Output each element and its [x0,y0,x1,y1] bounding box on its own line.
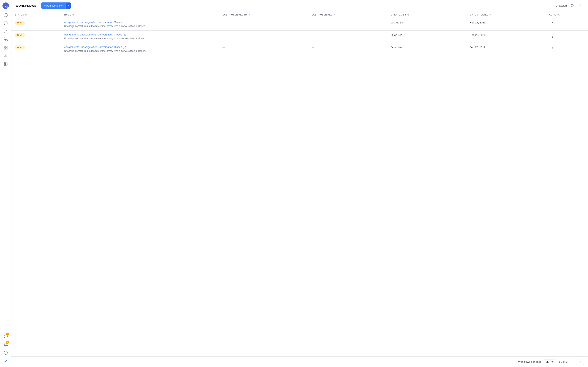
svg-point-17 [581,7,581,7]
status-cell: Draft [11,30,61,43]
col-header-last-published-by[interactable]: LAST PUBLISHED BY ⇅ [219,11,308,18]
date-created-cell: Feb 20, 2023 [467,30,546,43]
workflow-name-link[interactable]: Assignment: Unassign After Conversation … [64,45,216,49]
actions-cell: ⋮ [546,18,588,31]
created-by-cell: Quan Lee [388,30,467,43]
date-created-cell: Jun 17, 2023 [467,43,546,55]
sidebar-item-settings[interactable] [2,60,9,68]
table-row: Draft Assignment: Unassign After Convers… [11,18,588,31]
last-published-by-value: — [223,33,225,36]
status-badge: Draft [15,33,25,37]
last-published-by-cell: — [219,43,308,55]
filter-label[interactable]: Unassign [556,4,567,7]
sidebar-item-workflows[interactable] [2,44,9,51]
table-row: Draft Assignment: Unassign After Convers… [11,30,588,43]
last-published-value: — [311,46,314,49]
status-cell: Draft [11,43,61,55]
created-by-value: Quan Lee [391,33,402,36]
workflows-table: STATUS ⇅ NAME ⇅ LAST PUBLISHED BY [11,11,588,55]
header: WORKFLOWS + Add Workflow ▾ Unassign [11,0,588,11]
sidebar-item-conversations[interactable] [2,20,9,27]
row-actions-button[interactable]: ⋮ [549,45,556,52]
last-published-by-cell: — [219,18,308,31]
svg-rect-5 [4,48,5,49]
page-count: 1-3 of 3 [559,360,568,363]
table-row: Draft Assignment: Unassign After Convers… [11,43,588,55]
sidebar-item-user-status[interactable] [2,333,9,340]
page-title: WORKFLOWS [16,4,36,7]
sidebar: C 1 [0,0,11,367]
sidebar-item-check[interactable] [2,357,9,365]
per-page-select[interactable]: 10 25 50 100 [544,359,555,364]
sort-icon-last-pub: ⇅ [334,14,336,16]
last-published-cell: — [308,30,388,43]
date-created-value: Feb 17, 2023 [470,21,485,24]
sidebar-item-analytics[interactable] [2,52,9,59]
main-content: WORKFLOWS + Add Workflow ▾ Unassign STAT… [11,0,588,367]
name-cell: Assignment: Unassign After Conversation … [61,43,219,55]
actions-cell: ⋮ [546,30,588,43]
col-header-name[interactable]: NAME ⇅ [61,11,219,18]
add-workflow-dropdown-button[interactable]: ▾ [65,3,71,8]
created-by-value: Quan Lee [391,46,402,49]
last-published-by-value: — [223,46,225,49]
last-published-value: — [311,21,314,24]
sidebar-item-notifications[interactable]: 1 [2,341,9,348]
add-workflow-button-group: + Add Workflow ▾ [41,2,71,9]
created-by-cell: Joshua Lim [388,18,467,31]
sort-icon-name: ⇅ [72,14,74,16]
next-page-button[interactable]: › [578,359,584,365]
per-page-label: Workflows per page: [518,360,542,363]
search-icon [571,4,574,8]
date-created-cell: Feb 17, 2023 [467,18,546,31]
last-published-by-value: — [223,21,225,24]
search-button[interactable] [569,3,575,9]
col-header-status[interactable]: STATUS ⇅ [11,11,61,18]
status-badge: Draft [15,21,25,25]
col-header-date-created[interactable]: DATE CREATED ⇅ [467,11,546,18]
svg-rect-2 [4,46,5,48]
actions-cell: ⋮ [546,43,588,55]
svg-point-15 [581,4,581,5]
svg-point-13 [571,4,573,7]
table-container: STATUS ⇅ NAME ⇅ LAST PUBLISHED BY [11,11,588,367]
sort-icon-status: ⇅ [25,14,27,16]
svg-point-9 [5,64,6,65]
table-header-row: STATUS ⇅ NAME ⇅ LAST PUBLISHED BY [11,11,588,18]
status-dot [7,7,9,8]
more-options-icon [579,4,583,8]
more-options-button[interactable] [578,3,584,9]
workflow-name-link[interactable]: Assignment: Unassign After Conversation … [64,33,216,36]
name-cell: Assignment: Unassign After Conversation … [61,30,219,43]
notifications-badge: 1 [6,341,9,344]
date-created-value: Feb 20, 2023 [470,33,485,36]
date-created-value: Jun 17, 2023 [470,46,485,49]
prev-page-button[interactable]: ‹ [571,359,577,365]
sort-icon-created-by: ⇅ [407,14,409,16]
sidebar-item-home[interactable] [2,11,9,19]
svg-point-0 [4,13,7,17]
col-header-last-published[interactable]: LAST PUBLISHED ⇅ [308,11,388,18]
created-by-cell: Quan Lee [388,43,467,55]
row-actions-button[interactable]: ⋮ [549,21,556,27]
created-by-value: Joshua Lim [391,21,404,24]
status-badge: Draft [15,45,25,50]
name-cell: Assignment: Unassign After Conversation … [61,18,219,31]
col-header-created-by[interactable]: CREATED BY ⇅ [388,11,467,18]
last-published-cell: — [308,18,388,31]
sidebar-item-broadcasts[interactable] [2,36,9,43]
col-header-actions: ACTIONS [546,11,588,18]
last-published-cell: — [308,43,388,55]
user-status-dot [6,333,9,336]
workflow-name-link[interactable]: Assignment: Unassign After Conversation … [64,21,216,24]
add-workflow-button[interactable]: + Add Workflow [41,2,65,9]
workflow-description: Unassign contact from a team member ever… [64,25,146,27]
avatar[interactable]: C [2,2,9,9]
last-published-by-cell: — [219,30,308,43]
workflow-description: Unassign contact from a team member ever… [64,37,146,40]
per-page-control: Workflows per page: 10 25 50 100 [518,359,555,364]
sidebar-item-contacts[interactable] [2,28,9,35]
row-actions-button[interactable]: ⋮ [549,33,556,39]
sidebar-item-help[interactable] [2,349,9,356]
svg-point-16 [581,6,581,6]
